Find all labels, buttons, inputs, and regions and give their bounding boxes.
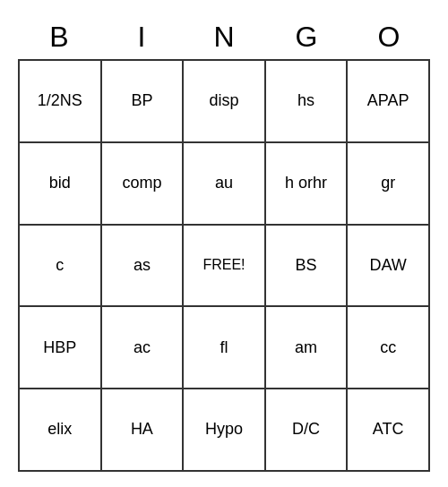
- bingo-cell-r4-c2: Hypo: [184, 389, 266, 472]
- bingo-cell-r3-c2: fl: [184, 307, 266, 389]
- bingo-cell-r1-c3: h orhr: [266, 143, 349, 226]
- bingo-cell-r0-c0: 1/2NS: [20, 61, 102, 143]
- bingo-cell-r4-c0: elix: [20, 389, 102, 472]
- bingo-cell-r0-c2: disp: [184, 61, 266, 143]
- bingo-cell-r1-c4: gr: [348, 143, 430, 226]
- bingo-cell-r2-c1: as: [102, 226, 185, 308]
- bingo-cell-r4-c3: D/C: [266, 389, 349, 472]
- bingo-cell-r2-c2: FREE!: [184, 226, 266, 308]
- bingo-grid: 1/2NSBPdisphsAPAPbidcompauh orhrgrcasFRE…: [18, 59, 430, 472]
- bingo-cell-r0-c1: BP: [102, 61, 185, 143]
- bingo-cell-r3-c1: ac: [102, 307, 185, 389]
- bingo-cell-r1-c1: comp: [102, 143, 185, 226]
- header-letter-g: G: [265, 15, 348, 59]
- header-letter-b: B: [18, 15, 100, 59]
- header-letter-o: O: [348, 15, 430, 59]
- bingo-cell-r1-c2: au: [184, 143, 266, 226]
- bingo-cell-r4-c1: HA: [102, 389, 185, 472]
- bingo-cell-r4-c4: ATC: [348, 389, 430, 472]
- bingo-cell-r1-c0: bid: [20, 143, 102, 226]
- bingo-cell-r2-c0: c: [20, 226, 102, 308]
- bingo-cell-r3-c4: cc: [348, 307, 430, 389]
- bingo-cell-r0-c3: hs: [266, 61, 349, 143]
- header-letter-n: N: [183, 15, 265, 59]
- bingo-header: BINGO: [18, 15, 430, 59]
- header-letter-i: I: [100, 15, 183, 59]
- bingo-cell-r3-c3: am: [266, 307, 349, 389]
- bingo-cell-r2-c3: BS: [266, 226, 349, 308]
- bingo-cell-r3-c0: HBP: [20, 307, 102, 389]
- bingo-cell-r0-c4: APAP: [348, 61, 430, 143]
- bingo-card: BINGO 1/2NSBPdisphsAPAPbidcompauh orhrgr…: [18, 15, 430, 472]
- bingo-cell-r2-c4: DAW: [348, 226, 430, 308]
